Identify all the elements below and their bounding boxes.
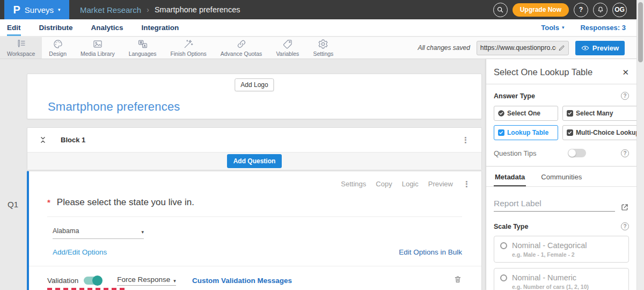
question-number-label: Q1 (8, 200, 18, 209)
workspace-icon (16, 39, 26, 49)
search-icon (496, 6, 504, 13)
scale-option-nominal-numeric[interactable]: Nominal - Numeric e.g. Number of cars (1… (494, 268, 629, 290)
question-kebab-menu-icon[interactable]: ⋮ (463, 180, 471, 188)
validation-row: Validation Force Response ▾ Custom Valid… (47, 274, 462, 286)
answer-type-lookup-table[interactable]: Lookup Table (494, 125, 558, 140)
question-settings-link[interactable]: Settings (341, 180, 366, 188)
surveys-product-menu[interactable]: P Surveys ▾ (4, 0, 69, 19)
force-response-dropdown[interactable]: Force Response ▾ (117, 276, 176, 286)
question-copy-link[interactable]: Copy (376, 180, 392, 188)
toolbar-item-finish-options[interactable]: Finish Options (164, 37, 214, 59)
questionpro-logo: P (13, 4, 20, 15)
breadcrumb-folder[interactable]: Market Research (80, 5, 141, 15)
media-library-icon (92, 39, 103, 49)
survey-url-text: https://www.questionpro.com/t/AM1FwZ (480, 44, 556, 52)
block-title[interactable]: Block 1 (61, 136, 85, 144)
delete-question-button[interactable] (453, 274, 462, 286)
upgrade-now-button[interactable]: Upgrade Now (513, 3, 569, 17)
breadcrumb: Market Research › Smartphone preferences (80, 5, 240, 15)
question-text[interactable]: Please select the state you live in. (57, 197, 194, 208)
validation-label: Validation (47, 277, 78, 285)
add-question-button[interactable]: Add Question (227, 154, 282, 168)
radio-icon[interactable] (500, 242, 507, 249)
answer-type-help-icon[interactable]: ? (621, 92, 629, 100)
panel-section-break (486, 166, 636, 166)
collapse-block-icon[interactable] (39, 136, 47, 144)
avatar[interactable]: OG (612, 3, 627, 17)
tab-communities[interactable]: Communities (540, 168, 583, 186)
block-card: Block 1 ⋮ Add Question (27, 127, 482, 170)
toolbar-item-design[interactable]: Design (42, 37, 74, 59)
toolbar-item-variables[interactable]: Variables (269, 37, 306, 59)
topbar-actions: Upgrade Now ? OG (493, 3, 636, 17)
scale-type-help-icon[interactable]: ? (621, 222, 629, 230)
advance-quotas-links-icon (236, 39, 247, 49)
toolbar-item-media-library[interactable]: Media Library (74, 37, 122, 59)
panel-divider (486, 84, 636, 84)
question-tips-row: Question Tips ? (494, 149, 629, 157)
tab-integration[interactable]: Integration (142, 19, 179, 36)
edit-url-pencil-icon[interactable] (558, 45, 565, 52)
caret-down-icon: ▾ (141, 229, 144, 235)
answer-dropdown-value: Alabama (53, 227, 79, 235)
breadcrumb-survey-title: Smartphone preferences (155, 5, 240, 14)
design-palette-icon (53, 39, 63, 49)
toolbar-right-cluster: All changes saved https://www.questionpr… (418, 37, 636, 59)
tab-analytics[interactable]: Analytics (91, 19, 123, 36)
block-footer: Add Question (27, 153, 481, 170)
tab-edit[interactable]: Edit (7, 19, 21, 36)
custom-validation-messages-link[interactable]: Custom Validation Messages (192, 277, 292, 285)
add-logo-button[interactable]: Add Logo (235, 78, 274, 91)
responses-link[interactable]: Responses: 3 (580, 24, 626, 32)
edit-options-in-bulk-link[interactable]: Edit Options in Bulk (399, 248, 462, 256)
toolbar-item-languages[interactable]: Languages (122, 37, 164, 59)
question-actions: Settings Copy Logic Preview ⋮ (341, 180, 471, 188)
toolbar-item-workspace[interactable]: Workspace (0, 37, 42, 59)
app-root: P Surveys ▾ Market Research › Smartphone… (0, 0, 644, 290)
report-label-row: Report Label (494, 199, 629, 212)
scale-type-row: Scale Type ? (494, 222, 629, 230)
search-button[interactable] (493, 3, 508, 17)
panel-header: Select One Lookup Table ✕ (486, 59, 636, 84)
answer-type-multi-choice-lookup[interactable]: Multi-Choice Lookup (562, 125, 636, 140)
page-scrollbar[interactable] (636, 0, 644, 290)
tab-distribute[interactable]: Distribute (39, 19, 73, 36)
help-button[interactable]: ? (574, 3, 588, 17)
top-bar: P Surveys ▾ Market Research › Smartphone… (0, 0, 636, 19)
report-label-input[interactable]: Report Label (494, 199, 615, 212)
answer-type-select-one[interactable]: Select One (494, 106, 558, 121)
tab-metadata[interactable]: Metadata (494, 168, 526, 186)
close-panel-icon[interactable]: ✕ (622, 68, 629, 77)
finish-options-wand-icon (183, 39, 194, 49)
block-kebab-menu-icon[interactable]: ⋮ (462, 136, 470, 144)
tools-menu[interactable]: Tools▾ (541, 24, 564, 32)
square-check-icon (566, 129, 574, 136)
expand-external-icon[interactable] (620, 203, 629, 212)
question-logic-link[interactable]: Logic (402, 180, 419, 188)
answer-type-grid: Select One Select Many Lookup Table Mult… (494, 106, 629, 140)
survey-workspace: Q1 Add Logo Smartphone preferences Block… (0, 59, 486, 290)
scrollbar-thumb[interactable] (638, 2, 643, 62)
required-marker: * (47, 198, 50, 207)
validation-toggle[interactable] (84, 277, 102, 285)
question-tips-help-icon[interactable]: ? (621, 149, 629, 157)
question-tips-toggle[interactable] (568, 149, 586, 157)
answer-type-row: Answer Type ? (494, 92, 629, 100)
toolbar-item-settings[interactable]: Settings (306, 37, 340, 59)
answer-type-select-many[interactable]: Select Many (562, 106, 636, 121)
variables-tag-icon (282, 39, 293, 49)
scale-option-example: e.g. Number of cars (1, 2, 10) (512, 284, 623, 290)
add-edit-options-link[interactable]: Add/Edit Options (53, 248, 107, 256)
survey-title[interactable]: Smartphone preferences (48, 100, 180, 114)
question-card: Settings Copy Logic Preview ⋮ * Please s… (27, 171, 482, 290)
toolbar-item-advance-quotas[interactable]: Advance Quotas (214, 37, 269, 59)
preview-button[interactable]: Preview (575, 41, 625, 55)
scale-option-nominal-categorical[interactable]: Nominal - Categorical e.g. Male - 1, Fem… (494, 236, 629, 263)
caret-down-icon: ▾ (562, 25, 565, 30)
question-settings-panel: Select One Lookup Table ✕ Answer Type ? … (486, 59, 636, 290)
answer-dropdown[interactable]: Alabama ▾ (53, 227, 144, 239)
question-preview-link[interactable]: Preview (428, 180, 453, 188)
notifications-button[interactable] (593, 3, 608, 17)
radio-icon[interactable] (500, 274, 507, 281)
survey-url-field[interactable]: https://www.questionpro.com/t/AM1FwZ (477, 41, 569, 55)
